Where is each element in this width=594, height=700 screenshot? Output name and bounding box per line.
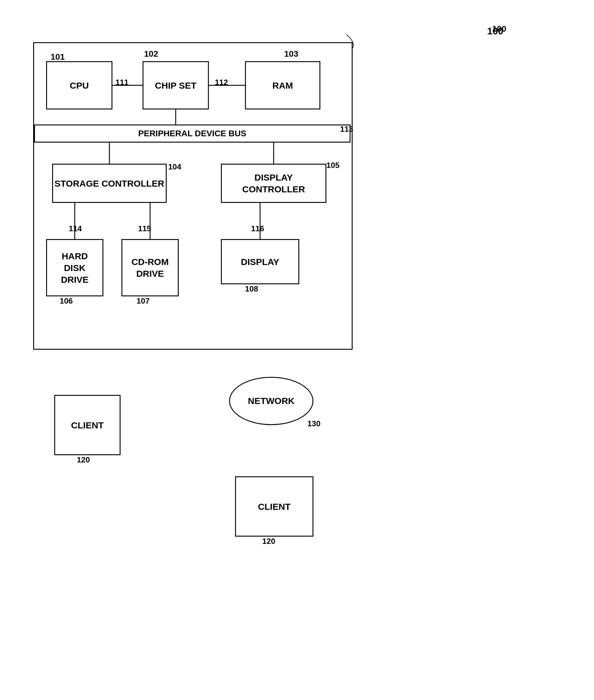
ref-105: 105 (326, 161, 339, 170)
ref-106: 106 (60, 296, 73, 306)
display-box: DISPLAY (221, 239, 299, 284)
ref-111: 111 (116, 78, 128, 87)
bus-bar: PERIPHERAL DEVICE BUS (34, 125, 351, 142)
ref-114: 114 (69, 224, 82, 233)
chipset-box: CHIP SET (142, 61, 209, 109)
ref-120-left: 120 (77, 455, 90, 465)
ref-101: 101 (51, 52, 65, 62)
ref-104: 104 (168, 162, 181, 171)
outer-box: CPU 101 CHIP SET 102 RAM 103 111 112 PER… (33, 42, 353, 350)
ref-115: 115 (138, 224, 151, 233)
client2-box: CLIENT (235, 476, 314, 537)
ref-100-top: 100 (487, 26, 503, 37)
ref-107: 107 (136, 296, 150, 306)
ref-102: 102 (144, 49, 158, 59)
ram-box: RAM (245, 61, 320, 109)
ref-130: 130 (307, 419, 320, 428)
hard-disk-box: HARD DISK DRIVE (46, 239, 103, 296)
diagram-container: 100 CPU 101 CHIP SET 102 RAM 103 111 112… (24, 18, 567, 687)
ref-120-right: 120 (262, 537, 275, 546)
ref-116: 116 (251, 224, 264, 233)
display-controller-box: DISPLAY CONTROLLER (221, 164, 326, 203)
ref-113: 113 (340, 125, 353, 134)
cdrom-box: CD-ROM DRIVE (122, 239, 179, 296)
cpu-box: CPU (46, 61, 112, 109)
network-ellipse: NETWORK (229, 377, 314, 425)
ref-108: 108 (245, 284, 258, 294)
storage-controller-box: STORAGE CONTROLLER (52, 164, 167, 203)
ref-103: 103 (284, 49, 298, 59)
client1-box: CLIENT (54, 395, 121, 455)
ref-112: 112 (215, 78, 228, 87)
